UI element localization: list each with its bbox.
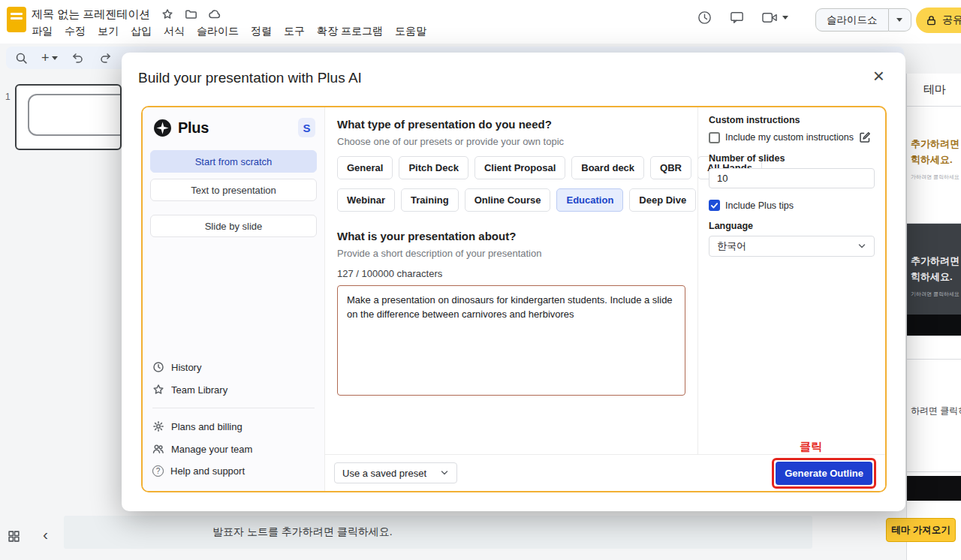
preset-general[interactable]: General [337, 156, 393, 179]
description-textarea[interactable]: Make a presentation on dinosaurs for kin… [337, 285, 685, 396]
mode-slide-by-slide[interactable]: Slide by slide [150, 215, 317, 237]
custom-instructions-label: Custom instructions [709, 115, 875, 125]
generate-area: 클릭 Generate Outline [772, 458, 876, 489]
plans-billing-label: Plans and billing [171, 421, 243, 432]
question-icon: ? [152, 465, 164, 477]
preset-row-1: General Pitch Deck Client Proposal Board… [337, 156, 685, 179]
manage-team-link[interactable]: Manage your team [152, 443, 315, 455]
team-library-link[interactable]: Team Library [152, 384, 315, 396]
annotation-ring: Generate Outline [772, 458, 876, 489]
saved-preset-select[interactable]: Use a saved preset [334, 462, 457, 483]
plus-tips-row: Include Plus tips [709, 200, 875, 211]
preset-client-proposal[interactable]: Client Proposal [474, 156, 565, 179]
preset-board-deck[interactable]: Board deck [571, 156, 644, 179]
theme-card-text: 하려면 클릭하 [907, 405, 961, 417]
generate-outline-button[interactable]: Generate Outline [776, 462, 872, 485]
plus-tips-checkbox[interactable] [709, 200, 720, 211]
slides-logo-icon[interactable] [7, 7, 26, 32]
language-label: Language [709, 221, 875, 231]
menu-file[interactable]: 파일 [26, 23, 59, 41]
move-folder-icon[interactable] [185, 8, 197, 20]
click-annotation: 클릭 [800, 440, 822, 454]
character-count: 127 / 100000 characters [337, 268, 685, 279]
grid-view-icon[interactable] [8, 530, 20, 543]
number-of-slides-input[interactable] [709, 168, 875, 188]
preset-training[interactable]: Training [401, 188, 459, 212]
theme-card-caption: 가하려면 클릭하세요 [907, 173, 961, 181]
star-icon [152, 384, 164, 396]
preset-deep-dive[interactable]: Deep Dive [629, 188, 696, 212]
slideshow-button[interactable]: 슬라이드쇼 [815, 8, 889, 32]
document-title[interactable]: 제목 없는 프레젠테이션 [32, 8, 150, 22]
search-icon[interactable] [15, 52, 28, 65]
app-header: 제목 없는 프레젠테이션 파일 수정 보기 삽입 서식 슬라이드 정렬 도구 확… [0, 0, 961, 44]
version-history-icon[interactable] [697, 10, 712, 26]
undo-icon[interactable] [71, 52, 85, 64]
preset-qbr[interactable]: QBR [650, 156, 691, 179]
number-of-slides-label: Number of slides [709, 153, 875, 164]
plus-sidebar: Plus S Start from scratch Text to presen… [143, 107, 325, 491]
header-actions [697, 10, 788, 26]
theme-card-dark[interactable]: 추가하려면 힉하세요. 기하려면 클릭하세요 [907, 224, 961, 336]
clock-icon [152, 361, 164, 373]
plus-ai-dialog: Build your presentation with Plus AI × P… [122, 53, 905, 511]
screen: 제목 없는 프레젠테이션 파일 수정 보기 삽입 서식 슬라이드 정렬 도구 확… [0, 0, 961, 560]
menu-tools[interactable]: 도구 [278, 23, 311, 41]
menu-arrange[interactable]: 정렬 [245, 23, 278, 41]
team-library-label: Team Library [171, 384, 227, 396]
share-button[interactable]: 공유 [916, 8, 961, 33]
slide-number: 1 [5, 92, 11, 102]
gear-icon [152, 420, 164, 432]
title-bar: 제목 없는 프레젠테이션 [32, 6, 221, 23]
preset-webinar[interactable]: Webinar [337, 188, 395, 212]
plus-tips-text: Include Plus tips [725, 200, 794, 211]
plans-billing-link[interactable]: Plans and billing [152, 420, 315, 432]
custom-instructions-checkbox[interactable] [709, 132, 720, 143]
theme-card-footer-strip [907, 315, 961, 336]
about-subheading: Provide a short description of your pres… [337, 248, 685, 259]
theme-card-black[interactable] [907, 476, 961, 501]
menu-help[interactable]: 도움말 [389, 23, 432, 41]
menu-bar: 파일 수정 보기 삽입 서식 슬라이드 정렬 도구 확장 프로그램 도움말 [26, 23, 432, 41]
slide-thumbnail[interactable] [15, 84, 122, 150]
avatar[interactable]: S [298, 118, 315, 137]
cloud-status-icon[interactable] [208, 8, 221, 20]
sidebar-divider [152, 408, 315, 408]
close-icon[interactable]: × [873, 66, 884, 86]
menu-slide[interactable]: 슬라이드 [191, 23, 245, 41]
menu-view[interactable]: 보기 [92, 23, 125, 41]
history-link[interactable]: History [152, 361, 315, 373]
theme-card-plain[interactable]: 하려면 클릭하 [907, 360, 961, 472]
preset-pitch-deck[interactable]: Pitch Deck [399, 156, 468, 179]
redo-icon[interactable] [98, 52, 112, 64]
preset-education[interactable]: Education [556, 188, 623, 212]
language-select[interactable]: 한국어 [709, 236, 875, 257]
mode-start-from-scratch[interactable]: Start from scratch [150, 150, 317, 173]
theme-card-light[interactable]: 추가하려면 힉하세요. 가하려면 클릭하세요 [907, 107, 961, 224]
lock-icon [926, 15, 937, 26]
menu-format[interactable]: 서식 [158, 23, 191, 41]
dialog-title: Build your presentation with Plus AI [138, 70, 362, 86]
import-theme-button[interactable]: 테마 가져오기 [886, 518, 956, 542]
star-icon[interactable] [161, 8, 173, 20]
theme-panel-divider [907, 336, 961, 360]
slideshow-caret-icon[interactable] [889, 8, 911, 32]
dialog-footer: Use a saved preset 클릭 Generate Outline [325, 454, 885, 491]
menu-extensions[interactable]: 확장 프로그램 [311, 23, 389, 41]
menu-insert[interactable]: 삽입 [125, 23, 158, 41]
meet-caret-icon[interactable] [782, 16, 788, 20]
chevron-left-icon[interactable]: ‹ [43, 526, 48, 542]
menu-edit[interactable]: 수정 [59, 23, 92, 41]
edit-icon[interactable] [859, 131, 871, 143]
preset-online-course[interactable]: Online Course [465, 188, 551, 212]
new-slide-button[interactable]: + [41, 51, 58, 65]
help-support-link[interactable]: ? Help and support [152, 465, 315, 477]
speaker-notes[interactable]: 발표자 노트를 추가하려면 클릭하세요. [64, 516, 812, 549]
dialog-main: What type of presentation do you need? C… [325, 107, 697, 454]
mode-text-to-presentation[interactable]: Text to presentation [150, 179, 317, 201]
theme-panel: 테마 추가하려면 힉하세요. 가하려면 클릭하세요 추가하려면 힉하세요. 기하… [906, 74, 961, 560]
dialog-options: Custom instructions Include my custom in… [697, 107, 885, 454]
comment-icon[interactable] [729, 10, 745, 26]
meet-camera-icon[interactable] [761, 10, 788, 26]
saved-preset-value: Use a saved preset [342, 468, 426, 479]
